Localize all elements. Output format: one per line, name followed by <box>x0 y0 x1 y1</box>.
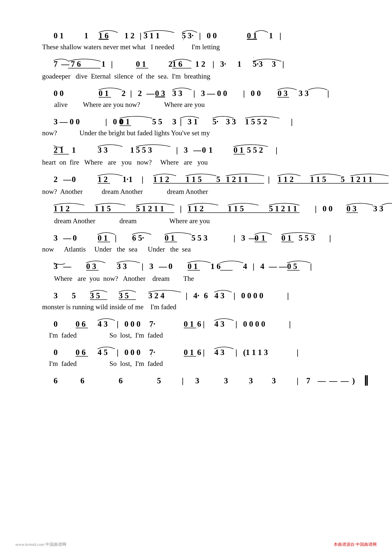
svg-text:1 2: 1 2 <box>98 175 108 184</box>
svg-text:1   2: 1 2 <box>124 31 135 40</box>
svg-text:0 1: 0 1 <box>120 117 130 126</box>
svg-text:|: | <box>243 89 245 98</box>
row-13: · 6 6 6 5 | 3 3 3 3 | 7 — — — ) ‖ <box>42 372 350 388</box>
svg-text:—: — <box>193 146 201 154</box>
svg-text:|: | <box>268 175 270 184</box>
svg-text:0 3: 0 3 <box>86 262 96 271</box>
svg-text:0 1: 0 1 <box>98 234 108 242</box>
svg-text:3 5: 3 5 <box>119 291 129 300</box>
svg-text:6: 6 <box>119 376 123 385</box>
svg-text:|: | <box>234 291 235 300</box>
notes-svg-7: 1 1 2 1 1 5 5 1 2 1 1 | 1 1 2 1 1 5 5 1 … <box>42 200 392 216</box>
svg-text:1 1 5: 1 1 5 <box>310 175 326 184</box>
svg-text:1 6: 1 6 <box>99 31 109 40</box>
svg-text:—: — <box>63 262 71 271</box>
svg-text:3 3: 3 3 <box>98 146 108 154</box>
svg-text:|: | <box>176 146 178 154</box>
svg-text:1 2 1 1: 1 2 1 1 <box>350 175 372 184</box>
svg-text:1: 1 <box>130 146 134 154</box>
svg-text:·: · <box>183 37 184 42</box>
svg-text:|: | <box>140 31 142 40</box>
svg-text:4·: 4· <box>193 291 200 300</box>
svg-text:0: 0 <box>54 348 58 357</box>
svg-text:3: 3 <box>54 291 58 300</box>
notes-svg-1: 0 1 1 1 6 1 2 | 3 1 1 5 · 3· | 0 0 0 1 1… <box>42 27 392 42</box>
svg-text:0  0: 0 0 <box>54 89 64 98</box>
svg-text:|: | <box>297 376 298 385</box>
svg-text:1 1 2: 1 1 2 <box>153 175 169 184</box>
lyrics-12: I'm faded So lost, I'm faded <box>42 360 350 368</box>
svg-text:|: | <box>287 291 289 300</box>
svg-text:|: | <box>111 59 113 68</box>
notes-svg-13: · 6 6 6 5 | 3 3 3 3 | 7 — — — ) ‖ <box>42 372 392 387</box>
svg-text:0 1: 0 1 <box>99 89 109 98</box>
svg-text:0 1: 0 1 <box>234 146 244 154</box>
svg-text:2 1: 2 1 <box>54 146 64 154</box>
svg-text:1 1 5: 1 1 5 <box>186 175 202 184</box>
svg-text:3: 3 <box>149 262 153 271</box>
svg-text:1  2: 1 2 <box>195 59 205 68</box>
lyrics-11: I'm faded So lost, I'm faded <box>42 331 350 339</box>
notes-svg-8: · 3 — 0 0 1 | 6 5· 0 1 5 5 3 | 3 — 0 1 0… <box>42 229 392 244</box>
svg-text:6 5·: 6 5· <box>132 234 144 242</box>
notes-svg-12: · · · 0 0 6 4 5 | 0 0 0 0 1 7· 6 | 4 3 |… <box>42 343 392 359</box>
svg-text:3  3: 3 3 <box>299 89 309 98</box>
svg-text:0  0  0: 0 0 0 <box>124 320 141 328</box>
svg-text:0: 0 <box>202 146 206 154</box>
notes-svg-10: · 3 5 3 5 3 5 3 2 4 | 4· 6 4 3 | 0 0 0 0… <box>42 287 392 302</box>
svg-text:|: | <box>329 234 331 242</box>
svg-text:|: | <box>117 320 119 328</box>
svg-text:0 1: 0 1 <box>247 31 257 40</box>
svg-text:0 1: 0 1 <box>184 320 194 328</box>
svg-text:0 3: 0 3 <box>346 204 356 213</box>
svg-text:0  0  0  0: 0 0 0 0 <box>241 291 263 300</box>
svg-text:1: 1 <box>72 146 76 154</box>
svg-text:1 1 5: 1 1 5 <box>228 204 244 213</box>
svg-text:1: 1 <box>209 146 213 154</box>
svg-text:5: 5 <box>157 376 161 385</box>
svg-text:7·: 7· <box>149 320 155 328</box>
svg-text:5: 5 <box>341 175 345 184</box>
row-7: 1 1 2 1 1 5 5 1 2 1 1 | 1 1 2 1 1 5 5 1 … <box>42 200 350 225</box>
svg-text:0  0: 0 0 <box>207 31 217 40</box>
row-3: 0 0 0 1 2 | 2 — 0 3 3 3 | 3 — 0 0 | 0 0 … <box>42 85 350 109</box>
svg-text:3: 3 <box>54 262 58 271</box>
row-9: · 3 — 0 3 3 3 | 3 — 0 0 1 1 6 4 | 4 — — … <box>42 257 350 283</box>
svg-text:3  3: 3 3 <box>373 204 383 213</box>
svg-text:6: 6 <box>204 291 208 300</box>
svg-text:0 1: 0 1 <box>54 31 64 40</box>
footer-left: www.kvmid.com 中国曲谱网 <box>15 542 66 547</box>
svg-text:1 1 2: 1 1 2 <box>188 204 204 213</box>
svg-text:1: 1 <box>237 59 241 68</box>
svg-text:—: — <box>329 376 337 385</box>
svg-text:5  5  2: 5 5 2 <box>247 146 263 154</box>
svg-text:0: 0 <box>168 262 172 271</box>
svg-text:|: | <box>199 31 201 40</box>
svg-text:4: 4 <box>260 262 264 271</box>
svg-text:5  5  3: 5 5 3 <box>191 234 207 242</box>
svg-text:5·3: 5·3 <box>253 59 263 68</box>
svg-text:—: — <box>61 59 70 68</box>
svg-text:): ) <box>352 376 355 385</box>
svg-text:|: | <box>193 89 195 98</box>
svg-text:‖: ‖ <box>364 374 369 386</box>
svg-text:1 2 1 1: 1 2 1 1 <box>226 175 248 184</box>
row-6: 2 — 0 1 2 1·1 | 1 1 2 1 1 5 5 1 2 1 1 | … <box>42 170 350 196</box>
svg-text:4 5: 4 5 <box>98 348 108 357</box>
svg-text:|: | <box>182 376 184 385</box>
row-1: 0 1 1 1 6 1 2 | 3 1 1 5 · 3· | 0 0 0 1 1… <box>42 27 350 51</box>
svg-text:|: | <box>142 175 143 184</box>
score-container: 0 1 1 1 6 1 2 | 3 1 1 5 · 3· | 0 0 0 1 1… <box>23 15 369 409</box>
svg-text:5  1 2 1 1: 5 1 2 1 1 <box>136 204 164 213</box>
svg-text:5: 5 <box>72 291 76 300</box>
notes-svg-6: 2 — 0 1 2 1·1 | 1 1 2 1 1 5 5 1 2 1 1 | … <box>42 170 392 187</box>
row-5: 2 1 1 3 3 1 5 5 3 | 3 — 0 1 0 1 5 5 2 | … <box>42 141 350 166</box>
svg-text:3  3: 3 3 <box>117 262 127 271</box>
lyrics-6: now? Another dream Another dream Another <box>42 188 350 196</box>
svg-text:0: 0 <box>73 234 77 242</box>
svg-text:3 — 0 0: 3 — 0 0 <box>201 89 227 98</box>
svg-text:0 1: 0 1 <box>184 348 194 357</box>
svg-text:4: 4 <box>243 262 247 271</box>
svg-text:|: | <box>105 117 107 126</box>
row-11: · · · 0 0 6 4 3 | 0 0 0 0 1 | 7· 6 4 3 |… <box>42 315 350 339</box>
